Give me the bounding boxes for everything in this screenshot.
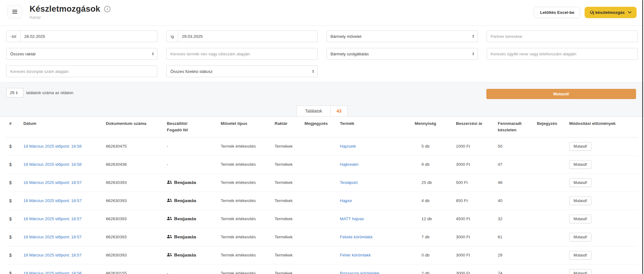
table-header-row: #DátumDokumentum számaBeszállító/ Fogadó… [6, 117, 638, 137]
column-header-3: Dokumentum száma [103, 117, 164, 137]
show-details-button[interactable]: Mutasd! [569, 160, 591, 169]
product-link[interactable]: Fekete körömlakk [340, 235, 373, 239]
cell-currency: $ [6, 246, 20, 264]
date-link[interactable]: 18 Március 2025 időpont: 18:57 [23, 235, 82, 239]
header-actions: Letöltés Excel-be Új készletmozgás [534, 7, 637, 18]
client-search-input[interactable] [487, 48, 638, 59]
operation-select[interactable]: Bármely művelet ▲▼ [327, 30, 478, 42]
cell-currency: $ [6, 228, 20, 246]
column-header-7: Megjegyzés [301, 117, 337, 137]
cell-note [301, 155, 337, 173]
cell-price: 3000 Ft [453, 246, 495, 264]
show-details-button[interactable]: Mutasd! [569, 178, 591, 187]
cell-price: 3000 Ft [453, 264, 495, 274]
cell-warehouse: Termékek [272, 228, 301, 246]
date-link[interactable]: 18 Március 2025 időpont: 18:58 [23, 144, 82, 149]
page-size-select[interactable]: 25 ▲▼ [6, 88, 23, 97]
results-tab[interactable]: Találatok 43 [296, 105, 348, 116]
column-header-9: Mennyiség [412, 117, 453, 137]
receipt-search-input[interactable] [6, 66, 157, 77]
show-details-button[interactable]: Mutasd! [569, 197, 591, 205]
cell-quantity: 4 db [412, 192, 453, 210]
partner-search-input[interactable] [487, 31, 638, 42]
date-link[interactable]: 18 Március 2025 időpont: 18:57 [23, 180, 82, 185]
show-details-button[interactable]: Mutasd! [569, 233, 591, 241]
vertical-scrollbar[interactable] [642, 0, 643, 274]
filter-panel: -tól ig Bármely művelet ▲▼ Összes raktár… [0, 26, 644, 82]
cell-remaining: 47 [495, 155, 534, 173]
show-results-button[interactable]: Mutasd! [486, 89, 636, 99]
cell-document: 662630155 [103, 264, 164, 274]
date-from-input[interactable] [21, 31, 157, 42]
warehouse-select[interactable]: Összes raktár ▲▼ [6, 48, 157, 60]
cell-actions: Mutasd! [566, 210, 638, 228]
table-row: $ 18 Március 2025 időpont: 18:57 6626303… [6, 246, 638, 264]
cell-note [301, 246, 337, 264]
cell-remaining: 50 [495, 137, 534, 155]
cell-warehouse: Termékek [272, 264, 301, 274]
cell-actions: Mutasd! [566, 264, 638, 274]
cell-actions: Mutasd! [566, 137, 638, 155]
date-link[interactable]: 18 Március 2025 időpont: 18:57 [23, 198, 82, 203]
results-table: #DátumDokumentum számaBeszállító/ Fogadó… [6, 117, 638, 274]
hamburger-menu-button[interactable] [7, 5, 22, 18]
table-row: $ 18 Március 2025 időpont: 18:56 6626301… [6, 264, 638, 274]
date-link[interactable]: 18 Március 2025 időpont: 18:57 [23, 253, 82, 257]
product-link[interactable]: Testápoló [340, 180, 358, 185]
cell-remaining: 32 [495, 210, 534, 228]
cell-product: Testápoló [337, 173, 412, 192]
date-link[interactable]: 18 Március 2025 időpont: 18:56 [23, 271, 82, 274]
cell-document: 662630393 [103, 210, 164, 228]
table-row: $ 18 Március 2025 időpont: 18:57 6626303… [6, 173, 638, 192]
column-header-10: Beszerzési ár [453, 117, 495, 137]
cell-warehouse: Termékek [272, 173, 301, 192]
cell-quantity: 9 db [412, 155, 453, 173]
show-details-button[interactable]: Mutasd! [569, 215, 591, 223]
results-tab-label: Találatok [297, 106, 330, 116]
product-link[interactable]: Hajzselé [340, 144, 356, 149]
product-search-input[interactable] [167, 48, 317, 59]
cell-operation: Termék értékesítés [218, 155, 272, 173]
cell-document: 662630393 [103, 228, 164, 246]
date-to-field[interactable]: ig [166, 30, 317, 42]
product-link[interactable]: MATT hajvax [340, 216, 364, 221]
download-excel-button[interactable]: Letöltés Excel-be [534, 7, 580, 18]
hamburger-icon [12, 10, 17, 10]
dollar-icon: $ [9, 216, 12, 221]
cell-product: Fehér körömlakk [337, 246, 412, 264]
payment-status-select[interactable]: Összes fizetési státusz ▲▼ [166, 66, 317, 77]
product-search-field[interactable] [166, 48, 317, 60]
chevron-down-icon [628, 11, 631, 14]
cell-remaining: 61 [495, 228, 534, 246]
cell-date: 18 Március 2025 időpont: 18:57 [20, 192, 103, 210]
date-to-input[interactable] [178, 31, 317, 42]
product-link[interactable]: Hajpor [340, 198, 352, 203]
breadcrumb: Raktár [30, 15, 111, 20]
service-select[interactable]: Bármely szolgáltatás ▲▼ [327, 48, 478, 60]
dollar-icon: $ [9, 144, 12, 149]
show-details-button[interactable]: Mutasd! [569, 269, 591, 274]
cell-quantity: 0 db [412, 246, 453, 264]
users-icon [167, 253, 172, 258]
results-strip: 25 ▲▼ találatok száma az oldalon Mutasd!… [0, 82, 644, 116]
date-link[interactable]: 18 Március 2025 időpont: 18:57 [23, 216, 82, 221]
product-link[interactable]: Rózsaszín körömlakk [340, 271, 379, 274]
cell-partner: Benjamin [164, 192, 218, 210]
cell-quantity: 25 db [412, 173, 453, 192]
cell-remaining: 74 [495, 264, 534, 274]
partner-search-field[interactable] [487, 30, 638, 42]
cell-currency: $ [6, 264, 20, 274]
receipt-search-field[interactable] [6, 66, 157, 77]
cell-product: Rózsaszín körömlakk [337, 264, 412, 274]
show-details-button[interactable]: Mutasd! [569, 251, 591, 260]
date-from-field[interactable]: -tól [6, 30, 157, 42]
product-link[interactable]: Hajkreatin [340, 162, 359, 167]
new-stock-movement-button[interactable]: Új készletmozgás [585, 7, 637, 18]
info-icon[interactable]: i [104, 6, 111, 12]
show-details-button[interactable]: Mutasd! [569, 142, 591, 151]
users-icon [167, 180, 172, 185]
date-link[interactable]: 18 Március 2025 időpont: 18:58 [23, 162, 82, 167]
column-header-4: Beszállító/ Fogadó fél [164, 117, 218, 137]
client-search-field[interactable] [487, 48, 638, 60]
product-link[interactable]: Fehér körömlakk [340, 253, 371, 257]
